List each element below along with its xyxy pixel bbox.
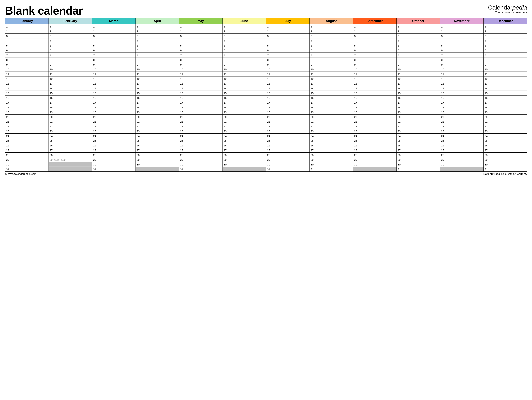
day-cell: 15 <box>397 91 440 96</box>
day-cell: 21 <box>310 119 353 124</box>
month-header: March <box>92 18 136 24</box>
day-cell: 26 <box>222 143 266 148</box>
day-cell: 27 <box>92 148 136 153</box>
day-row: 31313131313131 <box>5 167 527 172</box>
day-cell: 20 <box>179 115 223 119</box>
day-cell: 17 <box>5 100 49 105</box>
day-row: 111111111111111111111111 <box>5 72 527 76</box>
day-cell: 20 <box>49 115 92 119</box>
day-cell: 2 <box>310 29 353 34</box>
day-cell: 10 <box>483 67 527 72</box>
day-cell: 27 <box>353 148 397 153</box>
day-cell: 5 <box>266 43 310 48</box>
day-row: 232323232323232323232323 <box>5 129 527 134</box>
day-cell: 11 <box>266 72 310 76</box>
day-cell: 2 <box>135 29 179 34</box>
day-cell: 5 <box>5 43 49 48</box>
day-cell: 2 <box>397 29 440 34</box>
day-cell: 14 <box>5 86 49 91</box>
day-cell: 25 <box>353 138 397 143</box>
day-cell: 24 <box>440 134 484 138</box>
day-cell: 29 <box>92 157 136 162</box>
day-row: 666666666666 <box>5 48 527 53</box>
day-cell: 5 <box>49 43 92 48</box>
day-cell: 20 <box>266 115 310 119</box>
day-cell: 3 <box>266 34 310 38</box>
brand-name: Calendarpedia <box>488 4 527 11</box>
day-cell: 2 <box>49 29 92 34</box>
day-cell: 21 <box>440 119 484 124</box>
day-cell: 20 <box>440 115 484 119</box>
day-cell: 25 <box>440 138 484 143</box>
day-cell: 2 <box>92 29 136 34</box>
day-cell: 31 <box>397 167 440 172</box>
day-cell: 28 <box>310 153 353 157</box>
day-cell: 18 <box>397 105 440 110</box>
day-cell: 8 <box>397 57 440 62</box>
day-cell: 16 <box>483 96 527 100</box>
day-cell: 18 <box>310 105 353 110</box>
day-cell: 28 <box>440 153 484 157</box>
day-cell: 24 <box>310 134 353 138</box>
day-cell: 3 <box>397 34 440 38</box>
day-row: 161616161616161616161616 <box>5 96 527 100</box>
brand: Calendarpedia Your source for calendars <box>488 4 527 14</box>
day-cell: 7 <box>222 53 266 57</box>
day-cell: 24 <box>222 134 266 138</box>
day-cell: 6 <box>92 48 136 53</box>
day-cell: 29 <box>222 157 266 162</box>
day-cell: 1 <box>179 24 223 29</box>
day-cell: 14 <box>179 86 223 91</box>
month-header: August <box>310 18 353 24</box>
day-cell: 8 <box>483 57 527 62</box>
day-cell: 4 <box>310 38 353 43</box>
day-cell: 20 <box>92 115 136 119</box>
day-cell: 6 <box>179 48 223 53</box>
day-cell: 14 <box>49 86 92 91</box>
day-cell: 18 <box>483 105 527 110</box>
day-cell: 10 <box>135 67 179 72</box>
day-cell: 13 <box>92 81 136 86</box>
day-cell: 11 <box>440 72 484 76</box>
day-cell: 2 <box>179 29 223 34</box>
day-cell: 26 <box>179 143 223 148</box>
month-header: September <box>353 18 397 24</box>
day-row: 141414141414141414141414 <box>5 86 527 91</box>
day-cell: 13 <box>397 81 440 86</box>
day-cell: 20 <box>310 115 353 119</box>
day-cell: 18 <box>135 105 179 110</box>
day-cell: 27 <box>135 148 179 153</box>
day-cell: 24 <box>353 134 397 138</box>
day-cell: 17 <box>92 100 136 105</box>
day-cell: 9 <box>397 62 440 67</box>
day-cell: 9 <box>135 62 179 67</box>
day-cell: 13 <box>353 81 397 86</box>
month-header: May <box>179 18 223 24</box>
day-cell: 25 <box>397 138 440 143</box>
day-cell: 28 <box>222 153 266 157</box>
day-row: 111111111111 <box>5 24 527 29</box>
footer-left: © www.calendarpedia.com <box>5 172 36 175</box>
day-cell: 29 <box>310 157 353 162</box>
day-cell <box>353 167 397 172</box>
day-cell: 25 <box>222 138 266 143</box>
day-cell: 17 <box>266 100 310 105</box>
day-cell: 16 <box>266 96 310 100</box>
month-header: February <box>49 18 92 24</box>
day-cell: 4 <box>179 38 223 43</box>
day-cell: 10 <box>5 67 49 72</box>
day-cell: 1 <box>5 24 49 29</box>
day-cell: 25 <box>179 138 223 143</box>
day-cell: 12 <box>397 76 440 81</box>
day-row: 3030303030303030303030 <box>5 162 527 167</box>
day-cell: 3 <box>179 34 223 38</box>
day-cell: 14 <box>440 86 484 91</box>
day-cell: 1 <box>353 24 397 29</box>
day-cell: 11 <box>5 72 49 76</box>
day-cell: 9 <box>5 62 49 67</box>
day-cell: 21 <box>5 119 49 124</box>
day-cell: 26 <box>440 143 484 148</box>
day-cell: 19 <box>266 110 310 115</box>
day-cell: 22 <box>397 124 440 129</box>
day-cell: 18 <box>92 105 136 110</box>
